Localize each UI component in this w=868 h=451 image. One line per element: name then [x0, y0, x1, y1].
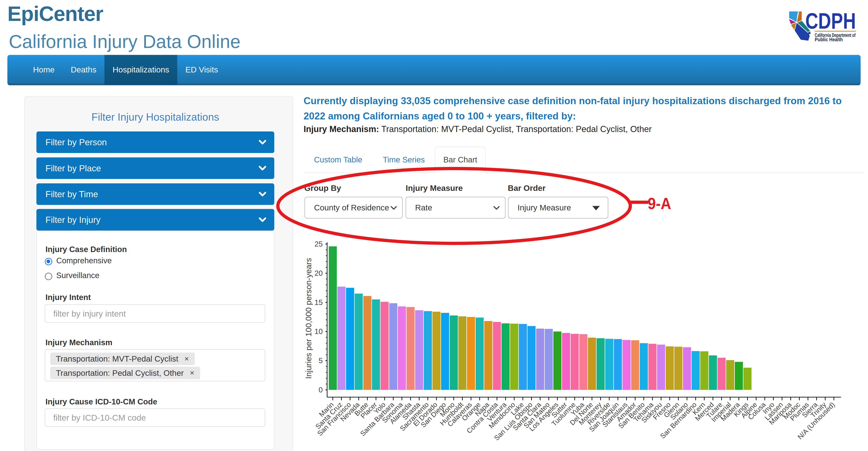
svg-text:15: 15: [314, 298, 323, 306]
svg-text:20: 20: [314, 269, 323, 277]
svg-text:10: 10: [314, 327, 323, 335]
svg-text:9-A: 9-A: [648, 194, 671, 212]
svg-text:Public Health: Public Health: [815, 37, 843, 42]
svg-text:0: 0: [319, 386, 323, 394]
svg-text:CDPH: CDPH: [805, 10, 856, 33]
svg-text:5: 5: [319, 357, 323, 365]
svg-text:Injuries per 100,000 person-ye: Injuries per 100,000 person-years: [304, 258, 313, 379]
